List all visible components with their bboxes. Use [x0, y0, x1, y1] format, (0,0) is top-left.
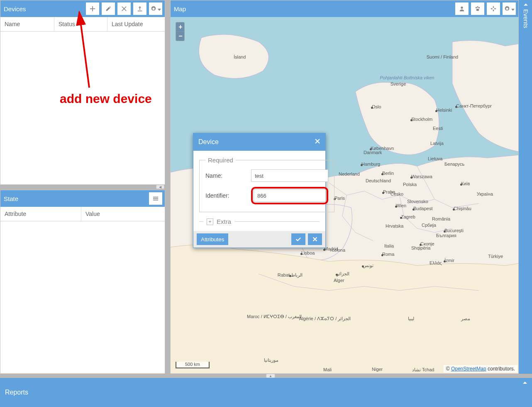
- map-panel-header: Map: [171, 0, 518, 17]
- identifier-label: Identifier:: [205, 192, 251, 199]
- reports-panel-header[interactable]: ▲ Reports: [0, 378, 532, 407]
- col-status[interactable]: Status: [54, 17, 107, 31]
- expand-up-icon[interactable]: [522, 380, 528, 385]
- name-label: Name:: [205, 172, 251, 179]
- col-value[interactable]: Value: [81, 207, 165, 221]
- zoom-in-button[interactable]: +: [176, 22, 185, 32]
- dialog-close-button[interactable]: [315, 138, 320, 146]
- state-menu-button[interactable]: [149, 192, 162, 205]
- dialog-body: Required Name: Identifier: + Extra: [193, 151, 325, 231]
- state-title: State: [4, 195, 149, 202]
- devices-grid-header: Name Status Last Update: [0, 17, 165, 32]
- splitter-collapse-icon[interactable]: ◀: [156, 185, 164, 189]
- reports-expand-grip[interactable]: ▲: [266, 374, 275, 378]
- zoom-out-button[interactable]: −: [176, 32, 185, 41]
- col-name[interactable]: Name: [0, 17, 54, 31]
- settings-dropdown-button[interactable]: [149, 2, 162, 15]
- devices-panel: Devices Name Status Last Update: [0, 0, 165, 185]
- devices-panel-header: Devices: [0, 0, 165, 17]
- extra-section: + Extra: [199, 218, 320, 225]
- col-lastupdate[interactable]: Last Update: [107, 17, 165, 31]
- confirm-button[interactable]: [291, 233, 305, 245]
- svg-point-4: [478, 7, 480, 9]
- upload-button[interactable]: [133, 2, 146, 15]
- state-panel-header: State: [0, 190, 165, 207]
- dialog-header[interactable]: Device: [193, 133, 325, 151]
- svg-point-5: [476, 9, 479, 11]
- map-title: Map: [174, 5, 313, 12]
- col-attribute[interactable]: Attribute: [0, 207, 81, 221]
- dialog-title: Device: [198, 138, 219, 146]
- map-settings-dropdown[interactable]: [503, 2, 516, 15]
- identifier-input[interactable]: [254, 189, 326, 202]
- attributes-button[interactable]: Attributes: [197, 233, 228, 245]
- devices-title: Devices: [4, 5, 83, 12]
- paw-button[interactable]: [471, 2, 484, 15]
- add-device-button[interactable]: [86, 2, 99, 15]
- horizontal-splitter[interactable]: ◀: [0, 185, 165, 190]
- svg-point-2: [476, 7, 477, 9]
- state-grid-body: [0, 221, 165, 373]
- map-attribution: © OpenStreetMap contributors.: [444, 365, 517, 373]
- chevron-left-icon: [524, 2, 528, 7]
- scale-bar: 500 km: [176, 362, 210, 368]
- user-button[interactable]: [455, 2, 469, 15]
- state-grid-header: Attribute Value: [0, 207, 165, 221]
- events-sidebar[interactable]: Events: [519, 0, 532, 374]
- center-button[interactable]: [487, 2, 500, 15]
- events-title: Events: [522, 9, 530, 28]
- device-dialog: Device Required Name: Identifier: + Extr…: [193, 133, 326, 248]
- zoom-control: + −: [176, 22, 185, 41]
- identifier-highlight: [251, 187, 328, 204]
- required-legend: Required: [205, 157, 236, 164]
- required-fieldset: Required Name: Identifier:: [199, 157, 334, 212]
- name-input[interactable]: [251, 169, 328, 182]
- svg-point-3: [477, 6, 478, 8]
- edit-device-button[interactable]: [102, 2, 115, 15]
- remove-device-button[interactable]: [117, 2, 131, 15]
- extra-label: Extra: [217, 218, 231, 225]
- devices-grid-body: [0, 32, 165, 184]
- reports-title: Reports: [5, 389, 28, 396]
- svg-point-1: [461, 7, 463, 9]
- expand-extra-button[interactable]: +: [207, 218, 213, 225]
- vertical-splitter[interactable]: [165, 0, 170, 374]
- osm-link[interactable]: OpenStreetMap: [451, 366, 486, 372]
- cancel-button[interactable]: [308, 233, 322, 245]
- state-panel: State Attribute Value: [0, 190, 165, 374]
- dialog-footer: Attributes: [193, 231, 325, 248]
